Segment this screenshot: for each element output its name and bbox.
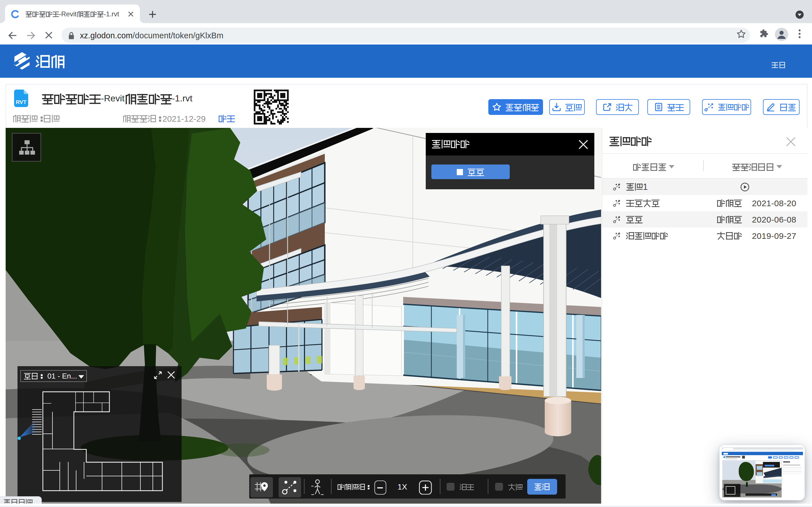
- svg-text:RVT: RVT: [15, 99, 26, 105]
